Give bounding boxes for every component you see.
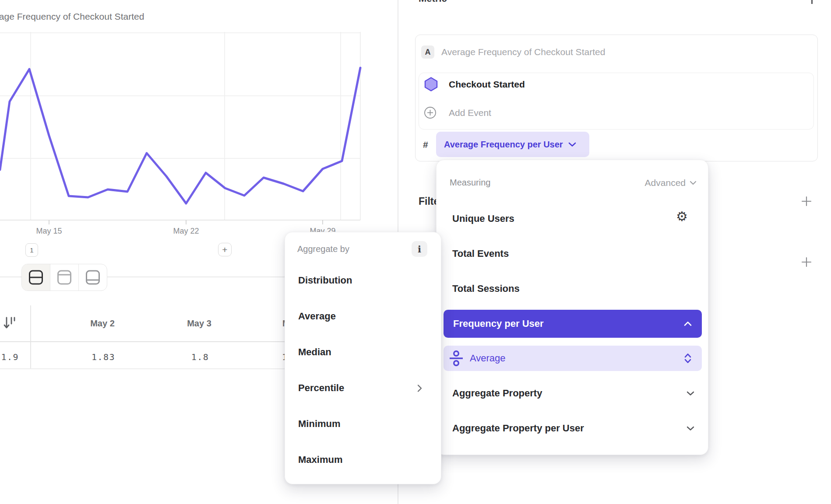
add-event-icon[interactable] [424,106,437,119]
metric-letter-badge: A [421,46,434,59]
table-row-divider [0,368,285,369]
menu-subitem-average[interactable]: Average [444,346,702,371]
table-column-header[interactable]: May 3 [187,318,211,329]
view-toggle-split[interactable] [22,264,50,290]
view-toggle-chart[interactable] [50,264,78,290]
event-hexagon-icon [424,77,438,91]
menu-item-aggregate-property-per-user[interactable]: Aggregate Property per User [452,423,584,434]
table-column-header[interactable]: May 2 [90,318,115,329]
metric-section-title: Metric [419,0,489,5]
chevron-down-icon[interactable] [687,391,694,396]
metric-name-input[interactable]: Average Frequency of Checkout Started [441,47,605,57]
advanced-toggle[interactable]: Advanced [645,178,697,188]
measuring-menu-title: Measuring [450,178,490,188]
menu-item-minimum[interactable]: Minimum [298,418,341,430]
table-cell: 1.9 [0,352,19,362]
frozen-column-divider [30,305,31,369]
gear-icon[interactable]: ⚙ [676,210,688,223]
measurement-hash: # [423,140,428,150]
analytics-app: Average Frequency of Checkout Started Ma… [0,0,831,504]
event-name[interactable]: Checkout Started [449,79,525,90]
view-toggle-table[interactable] [78,264,107,290]
split-view-icon [28,270,43,285]
chevron-down-icon [568,142,576,147]
menu-item-average[interactable]: Average [298,311,336,322]
view-mode-toggle [21,264,107,291]
menu-item-median[interactable]: Median [298,346,331,358]
add-event-button[interactable]: Add Event [449,108,491,118]
average-divide-icon [449,350,464,367]
select-updown-icon [683,353,692,364]
aggregate-by-menu: Aggregate by i Distribution Average Medi… [285,232,441,484]
add-filter-button[interactable] [801,196,812,206]
menu-item-distribution[interactable]: Distribution [298,275,352,286]
table-cell: 1.83 [92,352,115,362]
advanced-label: Advanced [645,178,686,188]
measuring-menu: Measuring Advanced Unique Users ⚙ Total … [436,160,708,455]
sort-rows-icon[interactable] [3,316,18,331]
aggregate-menu-title: Aggregate by [297,244,349,254]
menu-item-percentile[interactable]: Percentile [298,382,344,394]
menu-item-maximum[interactable]: Maximum [298,454,342,466]
chart-view-icon [57,270,72,285]
add-breakdown-button[interactable] [801,257,812,267]
menu-item-frequency-per-user[interactable]: Frequency per User [444,310,702,338]
chevron-down-icon [690,181,697,185]
collapse-icon[interactable] [811,0,813,4]
chevron-down-icon[interactable] [687,426,694,431]
x-axis-tick-label: May 22 [173,227,199,236]
menu-item-aggregate-property[interactable]: Aggregate Property [452,388,542,399]
table-view-icon [85,270,100,285]
measurement-label: Average Frequency per User [444,140,563,150]
info-icon[interactable]: i [412,241,427,257]
chevron-right-icon [417,384,423,392]
add-series-button[interactable]: + [218,243,232,256]
measurement-dropdown[interactable]: Average Frequency per User [436,132,589,157]
table-cell: 1.8 [191,352,209,362]
menu-item-unique-users[interactable]: Unique Users [452,213,514,224]
series-number-chip[interactable]: 1 [25,243,38,257]
table-header-divider [0,341,285,342]
chevron-up-icon [683,321,692,326]
x-axis-tick-label: May 15 [36,227,62,236]
menu-item-total-events[interactable]: Total Events [452,248,509,259]
menu-item-total-sessions[interactable]: Total Sessions [452,283,520,294]
